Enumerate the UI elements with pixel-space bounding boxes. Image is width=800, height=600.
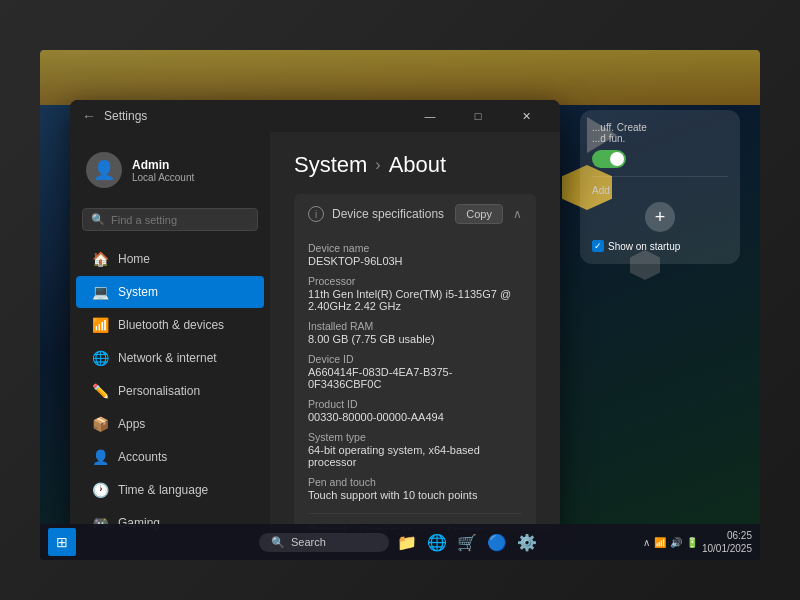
ceiling-decoration bbox=[40, 50, 760, 105]
settings-window: ← Settings — □ ✕ 👤 bbox=[70, 100, 560, 530]
breadcrumb-system: System bbox=[294, 152, 367, 178]
taskbar-left: ⊞ bbox=[48, 528, 76, 556]
sidebar-item-system-label: System bbox=[118, 285, 158, 299]
sidebar-item-home-label: Home bbox=[118, 252, 150, 266]
show-startup-checkbox[interactable]: ✓ bbox=[592, 240, 604, 252]
minimize-button[interactable]: — bbox=[408, 100, 452, 132]
tray-network-icon: 📶 bbox=[654, 537, 666, 548]
sidebar-item-time-label: Time & language bbox=[118, 483, 208, 497]
spec-label-device-id: Device ID bbox=[308, 353, 522, 365]
spec-row-product-id: Product ID 00330-80000-00000-AA494 bbox=[308, 398, 522, 423]
system-icon: 💻 bbox=[92, 284, 108, 300]
device-specs-section: i Device specifications Copy ∧ bbox=[294, 194, 536, 530]
home-icon: 🏠 bbox=[92, 251, 108, 267]
spec-label-product-id: Product ID bbox=[308, 398, 522, 410]
sidebar-item-personalisation[interactable]: ✏️ Personalisation bbox=[76, 375, 264, 407]
clock-time: 06:25 bbox=[702, 529, 752, 542]
maximize-button[interactable]: □ bbox=[456, 100, 500, 132]
taskbar-app-files[interactable]: 📁 bbox=[393, 528, 421, 556]
window-controls: — □ ✕ bbox=[408, 100, 548, 132]
system-clock[interactable]: 06:25 10/01/2025 bbox=[702, 529, 752, 555]
spec-section-header[interactable]: i Device specifications Copy ∧ bbox=[294, 194, 536, 234]
system-tray: ∧ 📶 🔊 🔋 bbox=[643, 537, 698, 548]
spec-value-pen-touch: Touch support with 10 touch points bbox=[308, 489, 522, 501]
spec-row-device-id: Device ID A660414F-083D-4EA7-B375-0F3436… bbox=[308, 353, 522, 390]
sidebar-item-network-label: Network & internet bbox=[118, 351, 217, 365]
apps-icon: 📦 bbox=[92, 416, 108, 432]
spec-row-ram: Installed RAM 8.00 GB (7.75 GB usable) bbox=[308, 320, 522, 345]
window-body: 👤 Admin Local Account 🔍 bbox=[70, 132, 560, 530]
spec-value-device-id: A660414F-083D-4EA7-B375-0F3436CBF0C bbox=[308, 366, 522, 390]
spec-row-processor: Processor 11th Gen Intel(R) Core(TM) i5-… bbox=[308, 275, 522, 312]
taskbar-center: 🔍 Search 📁 🌐 🛒 🔵 ⚙️ bbox=[259, 528, 541, 556]
sidebar-item-bluetooth[interactable]: 📶 Bluetooth & devices bbox=[76, 309, 264, 341]
tray-chevron-icon[interactable]: ∧ bbox=[643, 537, 650, 548]
spec-label-system-type: System type bbox=[308, 431, 522, 443]
breadcrumb-about: About bbox=[389, 152, 447, 178]
sidebar-item-apps-label: Apps bbox=[118, 417, 145, 431]
spec-header-left: i Device specifications bbox=[308, 206, 444, 222]
taskbar-app-settings[interactable]: ⚙️ bbox=[513, 528, 541, 556]
title-bar-left: ← Settings bbox=[82, 108, 147, 124]
info-icon: i bbox=[308, 206, 324, 222]
accounts-icon: 👤 bbox=[92, 449, 108, 465]
close-button[interactable]: ✕ bbox=[504, 100, 548, 132]
spec-label-processor: Processor bbox=[308, 275, 522, 287]
user-info: Admin Local Account bbox=[132, 158, 194, 183]
time-icon: 🕐 bbox=[92, 482, 108, 498]
page-breadcrumb: System › About bbox=[294, 152, 536, 178]
desktop-widgets: ...uff. Create...d fun. Add + ✓ Show on … bbox=[580, 110, 740, 264]
taskbar-search-icon: 🔍 bbox=[271, 536, 285, 549]
personalisation-icon: ✏️ bbox=[92, 383, 108, 399]
user-profile: 👤 Admin Local Account bbox=[70, 140, 270, 204]
sidebar-item-apps[interactable]: 📦 Apps bbox=[76, 408, 264, 440]
start-button[interactable]: ⊞ bbox=[48, 528, 76, 556]
avatar: 👤 bbox=[86, 152, 122, 188]
user-name: Admin bbox=[132, 158, 194, 172]
taskbar-app-chrome[interactable]: 🔵 bbox=[483, 528, 511, 556]
copy-button[interactable]: Copy bbox=[455, 204, 503, 224]
add-label: Add bbox=[592, 185, 728, 196]
main-content: System › About i Device specifications bbox=[270, 132, 560, 530]
laptop-frame: ...uff. Create...d fun. Add + ✓ Show on … bbox=[0, 0, 800, 600]
sidebar-item-accounts[interactable]: 👤 Accounts bbox=[76, 441, 264, 473]
sidebar-item-accounts-label: Accounts bbox=[118, 450, 167, 464]
spec-body: Device name DESKTOP-96L03H Processor 11t… bbox=[294, 234, 536, 530]
spec-label-device-name: Device name bbox=[308, 242, 522, 254]
sidebar: 👤 Admin Local Account 🔍 bbox=[70, 132, 270, 530]
spec-value-system-type: 64-bit operating system, x64-based proce… bbox=[308, 444, 522, 468]
spec-value-ram: 8.00 GB (7.75 GB usable) bbox=[308, 333, 522, 345]
taskbar-app-edge[interactable]: 🌐 bbox=[423, 528, 451, 556]
sidebar-item-bluetooth-label: Bluetooth & devices bbox=[118, 318, 224, 332]
sidebar-item-system[interactable]: 💻 System bbox=[76, 276, 264, 308]
title-bar: ← Settings — □ ✕ bbox=[70, 100, 560, 132]
widget-divider: Add + bbox=[592, 176, 728, 232]
toggle-switch[interactable] bbox=[592, 150, 626, 168]
search-input[interactable] bbox=[111, 214, 249, 226]
widget-toggle-row bbox=[592, 150, 728, 168]
taskbar-apps: 📁 🌐 🛒 🔵 ⚙️ bbox=[393, 528, 541, 556]
sidebar-item-personalisation-label: Personalisation bbox=[118, 384, 200, 398]
spec-value-processor: 11th Gen Intel(R) Core(TM) i5-1135G7 @ 2… bbox=[308, 288, 522, 312]
add-button[interactable]: + bbox=[645, 202, 675, 232]
sidebar-item-network[interactable]: 🌐 Network & internet bbox=[76, 342, 264, 374]
spec-row-pen-touch: Pen and touch Touch support with 10 touc… bbox=[308, 476, 522, 501]
tray-battery-icon: 🔋 bbox=[686, 537, 698, 548]
taskbar-app-store[interactable]: 🛒 bbox=[453, 528, 481, 556]
spec-row-device-name: Device name DESKTOP-96L03H bbox=[308, 242, 522, 267]
window-title: Settings bbox=[104, 109, 147, 123]
widget-text: ...uff. Create...d fun. bbox=[592, 122, 728, 144]
desktop: ...uff. Create...d fun. Add + ✓ Show on … bbox=[40, 50, 760, 560]
tray-volume-icon: 🔊 bbox=[670, 537, 682, 548]
widget-panel: ...uff. Create...d fun. Add + ✓ Show on … bbox=[580, 110, 740, 264]
clock-date: 10/01/2025 bbox=[702, 542, 752, 555]
back-button[interactable]: ← bbox=[82, 108, 96, 124]
user-account-type: Local Account bbox=[132, 172, 194, 183]
sidebar-item-time[interactable]: 🕐 Time & language bbox=[76, 474, 264, 506]
network-icon: 🌐 bbox=[92, 350, 108, 366]
chevron-up-icon: ∧ bbox=[513, 207, 522, 221]
sidebar-item-home[interactable]: 🏠 Home bbox=[76, 243, 264, 275]
taskbar-search[interactable]: 🔍 Search bbox=[259, 533, 389, 552]
spec-section-title: Device specifications bbox=[332, 207, 444, 221]
search-box[interactable]: 🔍 bbox=[82, 208, 258, 231]
